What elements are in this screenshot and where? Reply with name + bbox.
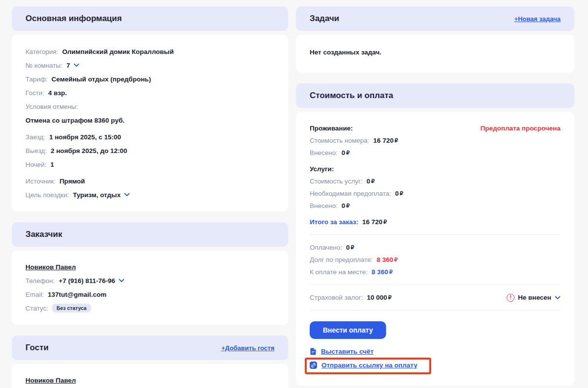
payment-title: Стоимость и оплата <box>310 91 393 101</box>
cancel-policy-value: Отмена со штрафом 8360 руб. <box>25 117 124 124</box>
required-prepay-row: Необходимая предоплата: 0 ₽ <box>310 189 561 198</box>
order-total-label: Итого за заказ: <box>310 218 358 226</box>
guests-header: Гости +Добавить гостя <box>12 336 288 360</box>
pay-on-site-value: 8 360 <box>371 268 388 276</box>
checkout-label: Выезд: <box>25 147 47 155</box>
ruble-sign: ₽ <box>371 178 375 184</box>
room-number-label: № комнаты: <box>25 62 62 69</box>
tasks-title: Задачи <box>310 14 339 24</box>
room-cost-label: Стоимость номера: <box>310 137 369 144</box>
cancel-policy-label: Условия отмены: <box>25 103 78 110</box>
trip-purpose-row: Цель поездки: Туризм, отдых <box>25 190 274 200</box>
customer-name-link[interactable]: Новиков Павел <box>25 263 76 271</box>
nights-label: Ночей: <box>25 161 47 168</box>
ruble-sign: ₽ <box>389 269 392 275</box>
services-cost-row: Стоимость услуг: 0 ₽ <box>310 177 561 186</box>
customer-email-value: 137tut@gmail.com <box>48 291 107 298</box>
customer-card: Заказчик Новиков Павел Телефон: +7 (916)… <box>12 222 288 325</box>
tariff-value: Семейный отдых (предбронь) <box>51 76 151 83</box>
tasks-card: Задачи +Новая задача Нет созданных задач… <box>296 6 574 73</box>
guests-count-label: Гости: <box>25 89 44 97</box>
room-cost-row: Стоимость номера: 16 720 ₽ <box>310 136 561 145</box>
tariff-row: Тариф: Семейный отдых (предбронь) <box>25 74 274 84</box>
checkout-value: 2 ноября 2025, до 12:00 <box>50 147 127 155</box>
services-cost-value: 0 <box>367 178 370 185</box>
accommodation-row: Проживание: Предоплата просрочена <box>310 124 561 133</box>
ruble-sign: ₽ <box>346 203 349 209</box>
trip-purpose-dropdown[interactable] <box>124 193 130 197</box>
tasks-header: Задачи +Новая задача <box>296 6 574 31</box>
cancel-policy-label-row: Условия отмены: <box>25 102 274 111</box>
checkin-value: 1 ноября 2025, с 15:00 <box>49 133 121 141</box>
room-number-dropdown[interactable] <box>74 63 79 67</box>
new-task-link[interactable]: +Новая задача <box>514 15 561 23</box>
send-payment-link-label: Отправить ссылку на оплату <box>321 362 417 369</box>
divider <box>310 285 561 285</box>
customer-phone-label: Телефон: <box>25 277 55 285</box>
prepay-debt-label: Долг по предоплате: <box>310 256 373 263</box>
paid-in-row: Внесено: 0 ₽ <box>310 148 561 157</box>
deposit-status-control[interactable]: ! Не внесен <box>507 294 561 302</box>
left-column: Основная информация Категория: Олимпийск… <box>12 6 288 388</box>
customer-phone-dropdown[interactable] <box>119 279 124 283</box>
pay-on-site-label: К оплате на месте: <box>310 268 368 276</box>
tasks-empty-text: Нет созданных задач. <box>310 47 561 61</box>
customer-title: Заказчик <box>25 230 62 239</box>
guest-name-link[interactable]: Новиков Павел <box>25 377 76 384</box>
ruble-sign: ₽ <box>384 219 387 225</box>
invoice-document-icon <box>310 348 317 355</box>
customer-status-label: Статус: <box>25 305 48 312</box>
source-value: Прямой <box>59 178 85 185</box>
services-cost-label: Стоимость услуг: <box>310 178 363 185</box>
checkout-row: Выезд: 2 ноября 2025, до 12:00 <box>25 146 274 155</box>
customer-header: Заказчик <box>12 222 288 247</box>
guests-count-value: 4 взр. <box>48 89 67 97</box>
add-guest-link[interactable]: +Добавить гостя <box>221 344 274 352</box>
deposit-status-text: Не внесен <box>518 294 551 301</box>
customer-body: Новиков Павел Телефон: +7 (916) 811-76-9… <box>12 251 288 325</box>
divider <box>310 234 561 235</box>
payment-header: Стоимость и оплата <box>296 83 574 108</box>
customer-email-row: Email: 137tut@gmail.com <box>25 289 274 299</box>
issue-invoice-label: Выставить счёт <box>321 348 373 355</box>
services-paid-value: 0 <box>342 202 345 209</box>
category-label: Категория: <box>25 48 58 55</box>
deposit-value: 10 000 <box>367 294 387 301</box>
warning-icon: ! <box>507 294 514 302</box>
cancel-policy-value-row: Отмена со штрафом 8360 руб. <box>25 115 274 125</box>
make-payment-button[interactable]: Внести оплату <box>310 321 386 339</box>
accommodation-label: Проживание: <box>310 125 353 132</box>
category-row: Категория: Олимпийский домик Коралловый <box>25 47 274 56</box>
main-info-card: Основная информация Категория: Олимпийск… <box>12 6 288 211</box>
customer-status-badge: Без статуса <box>52 304 91 312</box>
source-row: Источник: Прямой <box>25 176 274 186</box>
paid-in-label: Внесено: <box>310 149 338 156</box>
order-total-value: 16 720 <box>362 218 382 226</box>
room-number-value: 7 <box>66 62 70 69</box>
trip-purpose-value: Туризм, отдых <box>73 191 121 199</box>
payment-card: Стоимость и оплата Проживание: Предоплат… <box>296 83 574 386</box>
category-value: Олимпийский домик Коралловый <box>62 48 174 55</box>
paid-total-value: 0 <box>346 244 350 251</box>
pay-on-site-row: К оплате на месте: 8 360 ₽ <box>310 267 561 277</box>
ruble-sign: ₽ <box>346 150 349 156</box>
customer-email-label: Email: <box>25 291 44 298</box>
checkin-row: Заезд: 1 ноября 2025, с 15:00 <box>25 132 274 142</box>
services-paid-label: Внесено: <box>310 202 338 209</box>
send-payment-link[interactable]: Отправить ссылку на оплату <box>310 362 417 369</box>
ruble-sign: ₽ <box>394 257 398 263</box>
chevron-down-icon <box>74 63 79 67</box>
checkin-label: Заезд: <box>25 133 45 141</box>
room-cost-value: 16 720 <box>373 137 393 144</box>
customer-phone-row: Телефон: +7 (916) 811-76-96 <box>25 276 274 285</box>
deposit-row: Страховой залог: 10 000 ₽ ! Не внесен <box>310 293 561 302</box>
tariff-label: Тариф: <box>25 76 48 83</box>
issue-invoice-link[interactable]: Выставить счёт <box>310 348 373 355</box>
tasks-body: Нет созданных задач. <box>296 35 574 73</box>
issue-invoice-row: Выставить счёт <box>310 348 561 357</box>
ruble-sign: ₽ <box>351 244 354 251</box>
order-total-row: Итого за заказ: 16 720 ₽ <box>310 217 561 227</box>
booking-details-page: Основная информация Категория: Олимпийск… <box>0 0 588 388</box>
paid-total-row: Оплачено: 0 ₽ <box>310 243 561 252</box>
ruble-sign: ₽ <box>400 190 403 197</box>
